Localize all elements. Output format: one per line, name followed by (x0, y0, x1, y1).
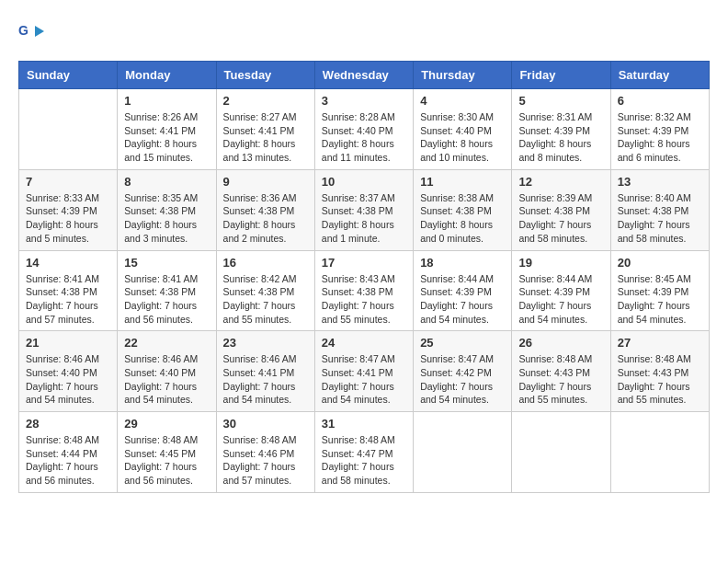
calendar-cell (512, 412, 610, 493)
day-number: 8 (124, 175, 209, 189)
weekday-header: Thursday (414, 62, 512, 89)
cell-info: Sunrise: 8:26 AM Sunset: 4:41 PM Dayligh… (124, 110, 209, 165)
day-number: 23 (223, 336, 308, 350)
day-number: 14 (26, 256, 110, 270)
day-number: 3 (322, 94, 406, 108)
cell-info: Sunrise: 8:48 AM Sunset: 4:44 PM Dayligh… (26, 433, 110, 488)
cell-info: Sunrise: 8:38 AM Sunset: 4:38 PM Dayligh… (420, 191, 505, 246)
calendar-cell: 13Sunrise: 8:40 AM Sunset: 4:38 PM Dayli… (610, 169, 709, 250)
day-number: 18 (420, 256, 505, 270)
svg-text:G: G (18, 23, 28, 38)
calendar-cell: 24Sunrise: 8:47 AM Sunset: 4:41 PM Dayli… (314, 331, 413, 412)
calendar-cell: 2Sunrise: 8:27 AM Sunset: 4:41 PM Daylig… (216, 89, 314, 170)
weekday-header: Wednesday (314, 62, 413, 89)
weekday-header: Monday (118, 62, 216, 89)
calendar-cell: 18Sunrise: 8:44 AM Sunset: 4:39 PM Dayli… (414, 250, 512, 331)
calendar-cell (610, 412, 709, 493)
cell-info: Sunrise: 8:45 AM Sunset: 4:39 PM Dayligh… (618, 272, 702, 327)
day-number: 13 (618, 175, 702, 189)
calendar-cell: 25Sunrise: 8:47 AM Sunset: 4:42 PM Dayli… (414, 331, 512, 412)
calendar-cell: 23Sunrise: 8:46 AM Sunset: 4:41 PM Dayli… (216, 331, 314, 412)
cell-info: Sunrise: 8:27 AM Sunset: 4:41 PM Dayligh… (223, 110, 308, 165)
calendar-cell: 6Sunrise: 8:32 AM Sunset: 4:39 PM Daylig… (610, 89, 709, 170)
calendar-cell: 11Sunrise: 8:38 AM Sunset: 4:38 PM Dayli… (414, 169, 512, 250)
day-number: 2 (223, 94, 308, 108)
calendar-cell: 28Sunrise: 8:48 AM Sunset: 4:44 PM Dayli… (19, 412, 118, 493)
cell-info: Sunrise: 8:48 AM Sunset: 4:43 PM Dayligh… (518, 352, 603, 407)
cell-info: Sunrise: 8:48 AM Sunset: 4:45 PM Dayligh… (124, 433, 209, 488)
calendar-cell (19, 89, 118, 170)
weekday-header: Saturday (610, 62, 709, 89)
calendar-cell: 12Sunrise: 8:39 AM Sunset: 4:38 PM Dayli… (512, 169, 610, 250)
calendar-week-row: 14Sunrise: 8:41 AM Sunset: 4:38 PM Dayli… (19, 250, 710, 331)
weekday-header: Sunday (19, 62, 118, 89)
calendar-cell: 3Sunrise: 8:28 AM Sunset: 4:40 PM Daylig… (314, 89, 413, 170)
logo: G (18, 18, 50, 46)
calendar-cell: 30Sunrise: 8:48 AM Sunset: 4:46 PM Dayli… (216, 412, 314, 493)
calendar-week-row: 21Sunrise: 8:46 AM Sunset: 4:40 PM Dayli… (19, 331, 710, 412)
calendar-cell: 17Sunrise: 8:43 AM Sunset: 4:38 PM Dayli… (314, 250, 413, 331)
cell-info: Sunrise: 8:46 AM Sunset: 4:40 PM Dayligh… (124, 352, 209, 407)
cell-info: Sunrise: 8:40 AM Sunset: 4:38 PM Dayligh… (618, 191, 702, 246)
cell-info: Sunrise: 8:39 AM Sunset: 4:38 PM Dayligh… (518, 191, 603, 246)
calendar-cell: 5Sunrise: 8:31 AM Sunset: 4:39 PM Daylig… (512, 89, 610, 170)
calendar-cell: 10Sunrise: 8:37 AM Sunset: 4:38 PM Dayli… (314, 169, 413, 250)
calendar-header-row: SundayMondayTuesdayWednesdayThursdayFrid… (19, 62, 710, 89)
cell-info: Sunrise: 8:46 AM Sunset: 4:41 PM Dayligh… (223, 352, 308, 407)
calendar-cell: 9Sunrise: 8:36 AM Sunset: 4:38 PM Daylig… (216, 169, 314, 250)
cell-info: Sunrise: 8:48 AM Sunset: 4:46 PM Dayligh… (223, 433, 308, 488)
day-number: 17 (322, 256, 406, 270)
cell-info: Sunrise: 8:44 AM Sunset: 4:39 PM Dayligh… (420, 272, 505, 327)
calendar-cell: 16Sunrise: 8:42 AM Sunset: 4:38 PM Dayli… (216, 250, 314, 331)
calendar-cell: 19Sunrise: 8:44 AM Sunset: 4:39 PM Dayli… (512, 250, 610, 331)
cell-info: Sunrise: 8:37 AM Sunset: 4:38 PM Dayligh… (322, 191, 406, 246)
cell-info: Sunrise: 8:31 AM Sunset: 4:39 PM Dayligh… (518, 110, 603, 165)
cell-info: Sunrise: 8:32 AM Sunset: 4:39 PM Dayligh… (618, 110, 702, 165)
calendar-week-row: 1Sunrise: 8:26 AM Sunset: 4:41 PM Daylig… (19, 89, 710, 170)
calendar-week-row: 7Sunrise: 8:33 AM Sunset: 4:39 PM Daylig… (19, 169, 710, 250)
calendar-cell: 29Sunrise: 8:48 AM Sunset: 4:45 PM Dayli… (118, 412, 216, 493)
day-number: 30 (223, 417, 308, 431)
day-number: 28 (26, 417, 110, 431)
cell-info: Sunrise: 8:46 AM Sunset: 4:40 PM Dayligh… (26, 352, 110, 407)
day-number: 10 (322, 175, 406, 189)
calendar-cell: 7Sunrise: 8:33 AM Sunset: 4:39 PM Daylig… (19, 169, 118, 250)
day-number: 25 (420, 336, 505, 350)
cell-info: Sunrise: 8:33 AM Sunset: 4:39 PM Dayligh… (26, 191, 110, 246)
cell-info: Sunrise: 8:41 AM Sunset: 4:38 PM Dayligh… (124, 272, 209, 327)
cell-info: Sunrise: 8:48 AM Sunset: 4:43 PM Dayligh… (618, 352, 702, 407)
cell-info: Sunrise: 8:35 AM Sunset: 4:38 PM Dayligh… (124, 191, 209, 246)
day-number: 31 (322, 417, 406, 431)
cell-info: Sunrise: 8:43 AM Sunset: 4:38 PM Dayligh… (322, 272, 406, 327)
day-number: 16 (223, 256, 308, 270)
calendar-cell: 26Sunrise: 8:48 AM Sunset: 4:43 PM Dayli… (512, 331, 610, 412)
calendar-week-row: 28Sunrise: 8:48 AM Sunset: 4:44 PM Dayli… (19, 412, 710, 493)
day-number: 11 (420, 175, 505, 189)
calendar-cell: 14Sunrise: 8:41 AM Sunset: 4:38 PM Dayli… (19, 250, 118, 331)
cell-info: Sunrise: 8:30 AM Sunset: 4:40 PM Dayligh… (420, 110, 505, 165)
calendar-cell: 21Sunrise: 8:46 AM Sunset: 4:40 PM Dayli… (19, 331, 118, 412)
calendar: SundayMondayTuesdayWednesdayThursdayFrid… (18, 61, 710, 493)
day-number: 15 (124, 256, 209, 270)
cell-info: Sunrise: 8:28 AM Sunset: 4:40 PM Dayligh… (322, 110, 406, 165)
calendar-cell: 27Sunrise: 8:48 AM Sunset: 4:43 PM Dayli… (610, 331, 709, 412)
cell-info: Sunrise: 8:47 AM Sunset: 4:42 PM Dayligh… (420, 352, 505, 407)
calendar-cell: 1Sunrise: 8:26 AM Sunset: 4:41 PM Daylig… (118, 89, 216, 170)
calendar-cell: 15Sunrise: 8:41 AM Sunset: 4:38 PM Dayli… (118, 250, 216, 331)
day-number: 5 (518, 94, 603, 108)
day-number: 22 (124, 336, 209, 350)
cell-info: Sunrise: 8:48 AM Sunset: 4:47 PM Dayligh… (322, 433, 406, 488)
weekday-header: Friday (512, 62, 610, 89)
day-number: 27 (618, 336, 702, 350)
calendar-cell: 22Sunrise: 8:46 AM Sunset: 4:40 PM Dayli… (118, 331, 216, 412)
day-number: 7 (26, 175, 110, 189)
day-number: 4 (420, 94, 505, 108)
cell-info: Sunrise: 8:44 AM Sunset: 4:39 PM Dayligh… (518, 272, 603, 327)
cell-info: Sunrise: 8:41 AM Sunset: 4:38 PM Dayligh… (26, 272, 110, 327)
svg-marker-1 (35, 26, 44, 37)
logo-icon: G (18, 18, 46, 46)
cell-info: Sunrise: 8:47 AM Sunset: 4:41 PM Dayligh… (322, 352, 406, 407)
day-number: 19 (518, 256, 603, 270)
day-number: 12 (518, 175, 603, 189)
page-header: G (18, 18, 710, 46)
